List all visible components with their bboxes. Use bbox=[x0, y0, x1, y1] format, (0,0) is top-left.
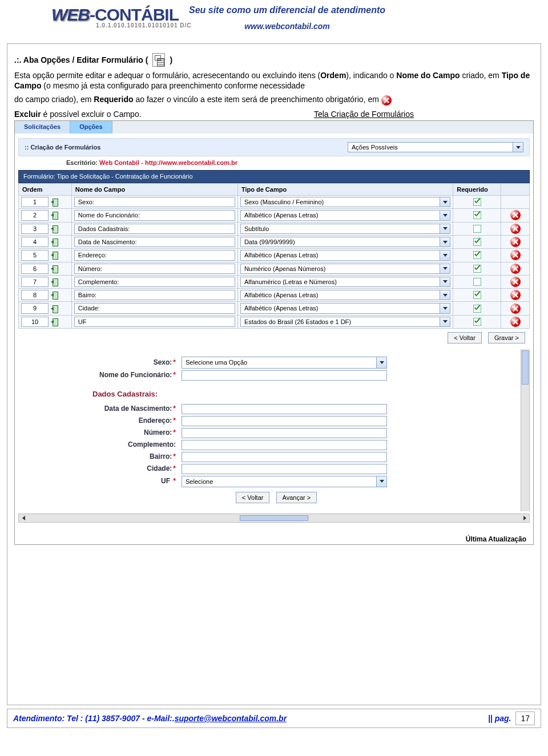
delete-row-icon[interactable] bbox=[510, 290, 521, 300]
requerido-checkbox[interactable] bbox=[473, 318, 481, 326]
ordem-input[interactable]: 3 bbox=[21, 224, 49, 234]
chevron-down-icon bbox=[443, 307, 448, 310]
paragraph-3: Excluir é possível excluir o Campo. Tela… bbox=[14, 109, 534, 119]
footer-page-label: || pag. bbox=[488, 713, 511, 723]
grid-gravar-button[interactable]: Gravar > bbox=[488, 332, 525, 343]
reorder-icon[interactable] bbox=[51, 277, 60, 286]
chevron-down-icon bbox=[443, 320, 448, 323]
numero-input[interactable] bbox=[182, 428, 387, 438]
tipo-campo-dropdown[interactable]: Data (99/99/9999) bbox=[240, 237, 450, 247]
paragraph-1: Esta opção permite editar e adequar o fo… bbox=[14, 70, 534, 91]
tipo-campo-dropdown[interactable]: Alfabético (Apenas Letras) bbox=[240, 210, 450, 220]
endereco-input[interactable] bbox=[182, 416, 387, 426]
website-url: www.webcontabil.com bbox=[189, 21, 385, 31]
bairro-input[interactable] bbox=[182, 452, 387, 462]
tab-opcoes[interactable]: Opções bbox=[70, 121, 112, 134]
table-row: 1Sexo:Sexo (Masculino / Feminino) bbox=[19, 196, 530, 209]
table-row: 9Cidade:Alfabético (Apenas Letras) bbox=[19, 302, 530, 315]
delete-row-icon[interactable] bbox=[510, 210, 521, 220]
requerido-checkbox[interactable] bbox=[473, 238, 481, 246]
sexo-dropdown[interactable]: Selecione uma Opção bbox=[182, 357, 387, 368]
reorder-icon[interactable] bbox=[51, 197, 60, 207]
complemento-input[interactable] bbox=[182, 440, 387, 450]
endereco-label: Endereço:* bbox=[35, 417, 178, 426]
preview-voltar-button[interactable]: < Voltar bbox=[236, 492, 270, 503]
ordem-input[interactable]: 5 bbox=[21, 250, 49, 260]
tipo-campo-dropdown[interactable]: Alfanumérico (Letras e Números) bbox=[240, 277, 450, 287]
nome-campo-input[interactable]: Endereço: bbox=[74, 250, 235, 260]
tipo-campo-dropdown[interactable]: Subtítulo bbox=[240, 224, 450, 234]
nome-campo-input[interactable]: UF bbox=[74, 317, 235, 327]
ordem-input[interactable]: 9 bbox=[21, 303, 49, 313]
ordem-input[interactable]: 7 bbox=[21, 277, 49, 287]
horizontal-scrollbar[interactable] bbox=[18, 514, 530, 523]
form-header-bar: Formulário: Tipo de Solicitação - Contra… bbox=[18, 170, 530, 183]
delete-row-icon[interactable] bbox=[510, 264, 521, 274]
delete-row-icon[interactable] bbox=[510, 304, 521, 314]
delete-row-icon[interactable] bbox=[510, 250, 521, 260]
cidade-input[interactable] bbox=[182, 464, 387, 474]
tipo-campo-dropdown[interactable]: Alfabético (Apenas Letras) bbox=[240, 250, 450, 260]
uf-dropdown[interactable]: Selecione bbox=[182, 476, 387, 487]
requerido-checkbox[interactable] bbox=[473, 198, 481, 206]
delete-row-icon[interactable] bbox=[510, 237, 521, 247]
tipo-campo-dropdown[interactable]: Estados do Brasil (26 Estados e 1 DF) bbox=[240, 317, 450, 327]
vertical-scrollbar[interactable] bbox=[521, 349, 530, 511]
nome-campo-input[interactable]: Número: bbox=[74, 264, 235, 274]
grid-voltar-button[interactable]: < Voltar bbox=[448, 332, 482, 343]
section-title: .:. Aba Opções / Editar Formulário ( ) bbox=[14, 53, 534, 67]
col-nome: Nome do Campo bbox=[71, 183, 237, 195]
delete-row-icon[interactable] bbox=[510, 317, 521, 327]
requerido-checkbox[interactable] bbox=[473, 265, 481, 273]
letterhead: WEB - CONTÁBIL 1.0.1.010.10101.01010101 … bbox=[0, 0, 548, 41]
requerido-checkbox[interactable] bbox=[473, 251, 481, 259]
delete-row-icon[interactable] bbox=[510, 277, 521, 287]
reorder-icon[interactable] bbox=[51, 304, 60, 313]
requerido-checkbox[interactable] bbox=[473, 291, 481, 299]
table-row: 3Dados Cadastrais:Subtítulo bbox=[19, 222, 530, 235]
ordem-input[interactable]: 1 bbox=[21, 197, 49, 207]
chevron-down-icon bbox=[443, 294, 448, 297]
ordem-input[interactable]: 6 bbox=[21, 264, 49, 274]
reorder-icon[interactable] bbox=[51, 317, 60, 326]
nome-campo-input[interactable]: Nome do Funcionário: bbox=[74, 210, 235, 220]
tipo-campo-dropdown[interactable]: Alfabético (Apenas Letras) bbox=[240, 290, 450, 300]
requerido-checkbox[interactable] bbox=[473, 305, 481, 313]
nome-campo-input[interactable]: Cidade: bbox=[74, 303, 235, 313]
delete-row-icon[interactable] bbox=[510, 224, 521, 234]
ordem-input[interactable]: 2 bbox=[21, 210, 49, 220]
logo-web: WEB bbox=[51, 3, 90, 26]
requerido-checkbox[interactable] bbox=[473, 225, 481, 233]
nome-campo-input[interactable]: Complemento: bbox=[74, 277, 235, 287]
reorder-icon[interactable] bbox=[51, 224, 60, 233]
tab-solicitacoes[interactable]: Solicitações bbox=[15, 121, 70, 134]
reorder-icon[interactable] bbox=[51, 237, 60, 246]
edit-form-icon bbox=[152, 53, 165, 67]
nome-campo-input[interactable]: Dados Cadastrais: bbox=[74, 224, 235, 234]
nome-input[interactable] bbox=[182, 370, 387, 381]
nome-campo-input[interactable]: Bairro: bbox=[74, 290, 235, 300]
ordem-input[interactable]: 8 bbox=[21, 290, 49, 300]
nome-campo-input[interactable]: Sexo: bbox=[74, 197, 235, 207]
reorder-icon[interactable] bbox=[51, 250, 60, 260]
chevron-down-icon bbox=[443, 214, 448, 217]
panel-title: :: Criação de Formulários bbox=[25, 143, 100, 151]
actions-dropdown[interactable]: Ações Possíveis bbox=[348, 142, 523, 152]
col-tipo: Tipo de Campo bbox=[237, 183, 453, 195]
nome-campo-input[interactable]: Data de Nascimento: bbox=[74, 237, 235, 247]
ordem-input[interactable]: 4 bbox=[21, 237, 49, 247]
reorder-icon[interactable] bbox=[51, 211, 60, 220]
tipo-campo-dropdown[interactable]: Numérico (Apenas Números) bbox=[240, 264, 450, 274]
data-input[interactable] bbox=[182, 404, 387, 414]
footer-email[interactable]: suporte@webcontabil.com.br bbox=[175, 713, 287, 723]
ordem-input[interactable]: 10 bbox=[21, 317, 49, 327]
cidade-label: Cidade:* bbox=[35, 464, 178, 474]
requerido-checkbox[interactable] bbox=[473, 278, 481, 286]
reorder-icon[interactable] bbox=[51, 264, 60, 273]
tipo-campo-dropdown[interactable]: Alfabético (Apenas Letras) bbox=[240, 303, 450, 313]
requerido-checkbox[interactable] bbox=[473, 211, 481, 219]
footer-page-number: 17 bbox=[515, 711, 535, 725]
preview-avancar-button[interactable]: Avançar > bbox=[276, 492, 317, 503]
reorder-icon[interactable] bbox=[51, 290, 60, 300]
tipo-campo-dropdown[interactable]: Sexo (Masculino / Feminino) bbox=[240, 197, 450, 207]
